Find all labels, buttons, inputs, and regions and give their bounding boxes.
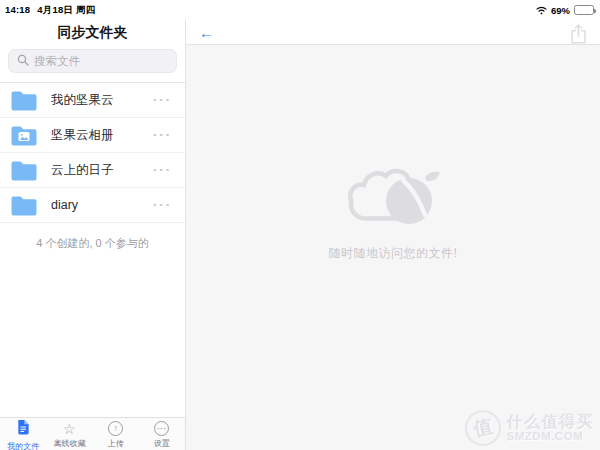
folder-icon (11, 90, 37, 111)
upload-icon: ↑ (108, 421, 123, 436)
smzdm-watermark: 值 什么值得买 SMZDM.COM (465, 410, 595, 446)
folder-row-cloud-days[interactable]: 云上的日子 ··· (0, 153, 185, 188)
more-icon[interactable]: ··· (153, 166, 172, 174)
search-area (0, 46, 185, 82)
folder-summary: 4 个创建的, 0 个参与的 (0, 236, 185, 251)
tab-label: 设置 (154, 438, 170, 449)
tab-label: 离线收藏 (53, 438, 85, 449)
more-icon[interactable]: ··· (153, 96, 172, 104)
empty-message: 随时随地访问您的文件! (329, 245, 458, 262)
document-icon (16, 419, 30, 439)
tab-upload[interactable]: ↑ 上传 (93, 418, 139, 450)
tab-my-files[interactable]: 我的文件 (0, 418, 46, 450)
status-left: 14:18 4月18日 周四 (5, 4, 95, 17)
sidebar: 同步文件夹 我的坚果云 · (0, 20, 186, 450)
tab-settings[interactable]: ··· 设置 (139, 418, 185, 450)
more-icon[interactable]: ··· (153, 131, 172, 139)
tab-bar: 我的文件 ☆ 离线收藏 ↑ 上传 ··· 设置 (0, 417, 185, 450)
panel-header: ← (186, 20, 600, 45)
folder-icon (11, 160, 37, 181)
panel-body: 随时随地访问您的文件! 值 什么值得买 SMZDM.COM (186, 45, 600, 450)
star-icon: ☆ (63, 422, 76, 436)
app-screen: 14:18 4月18日 周四 69% 同步文件夹 (0, 0, 600, 450)
smzdm-badge: 值 (461, 407, 504, 450)
battery-icon (574, 5, 594, 15)
folder-name: 我的坚果云 (51, 92, 153, 109)
empty-state: 随时随地访问您的文件! (329, 157, 458, 262)
tab-label: 我的文件 (7, 441, 39, 450)
folder-list: 我的坚果云 ··· 坚果云相册 ··· (0, 83, 185, 223)
folder-row-photo-album[interactable]: 坚果云相册 ··· (0, 118, 185, 153)
folder-name: diary (51, 198, 153, 212)
folder-name: 云上的日子 (51, 162, 153, 179)
wifi-icon (536, 1, 547, 19)
status-right: 69% (536, 1, 594, 19)
settings-icon: ··· (154, 421, 169, 436)
folder-icon (11, 195, 37, 216)
folder-row-diary[interactable]: diary ··· (0, 188, 185, 223)
folder-name: 坚果云相册 (51, 127, 153, 144)
battery-percent: 69% (551, 5, 570, 16)
search-icon (17, 52, 29, 70)
smzdm-site: SMZDM.COM (507, 430, 595, 443)
status-bar: 14:18 4月18日 周四 69% (0, 0, 600, 20)
cloud-acorn-logo (343, 157, 443, 233)
folder-row-my-nutstore[interactable]: 我的坚果云 ··· (0, 83, 185, 118)
content-panel: ← (186, 20, 600, 450)
smzdm-name: 什么值得买 (507, 413, 595, 431)
search-box[interactable] (8, 49, 177, 73)
clock: 14:18 (5, 4, 30, 17)
back-button[interactable]: ← (199, 25, 214, 40)
tab-label: 上传 (108, 438, 124, 449)
more-icon[interactable]: ··· (153, 201, 172, 209)
search-input[interactable] (34, 55, 188, 67)
tab-offline-favorites[interactable]: ☆ 离线收藏 (46, 418, 92, 450)
photo-folder-icon (11, 125, 37, 146)
sidebar-title: 同步文件夹 (0, 20, 185, 46)
date: 4月18日 周四 (37, 4, 95, 17)
